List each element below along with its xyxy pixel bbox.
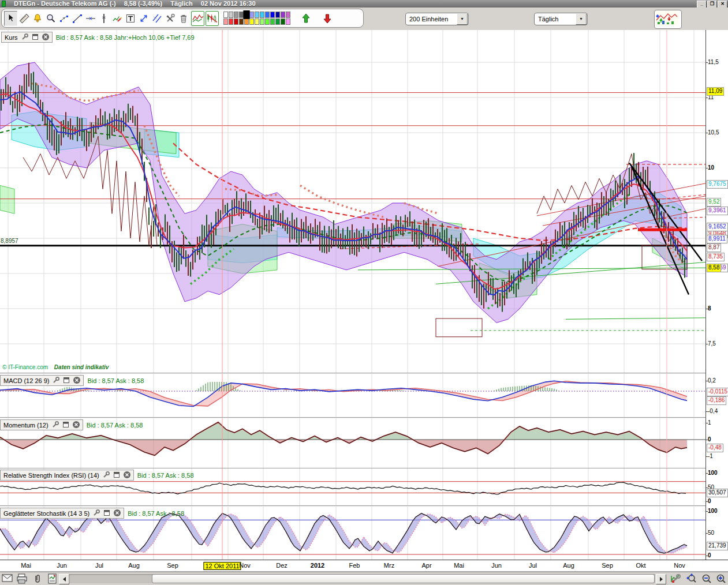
arrow-up-icon[interactable] bbox=[299, 11, 312, 26]
month-label: Mai bbox=[21, 562, 31, 569]
price-axis[interactable]: 11,51110,51087,50,2-0,410-11005001005009… bbox=[705, 30, 728, 560]
color-swatch[interactable] bbox=[265, 18, 270, 25]
zoom-icon[interactable] bbox=[44, 11, 57, 26]
price-tag: 21,739 bbox=[707, 542, 728, 550]
alarm-icon[interactable] bbox=[31, 11, 44, 26]
candle-mode-icon[interactable] bbox=[206, 11, 219, 26]
month-label: Sep bbox=[602, 562, 613, 569]
axis-tick-label: 1 bbox=[708, 419, 711, 426]
toolbar-panel bbox=[1, 9, 364, 28]
units-dropdown[interactable]: 200 Einheiten ▼ bbox=[405, 13, 469, 25]
settings-wrench-icon[interactable] bbox=[51, 421, 60, 429]
color-swatch[interactable] bbox=[249, 18, 254, 25]
pointer-icon[interactable] bbox=[4, 11, 17, 26]
rsi-panel-header: Relative Strength Index (RSI) (14)Bid : … bbox=[0, 470, 194, 481]
color-swatch[interactable] bbox=[255, 12, 259, 18]
trading-app-window: DTEGn - Deutsche Telekom AG (-) 8,58 (-3… bbox=[0, 0, 728, 585]
close-panel-icon[interactable] bbox=[73, 376, 81, 385]
chevron-down-icon[interactable]: ▼ bbox=[457, 13, 468, 25]
ruler-icon[interactable] bbox=[17, 11, 31, 26]
line-mode-icon[interactable] bbox=[191, 11, 204, 26]
close-panel-icon[interactable] bbox=[42, 33, 50, 42]
open-window-icon[interactable] bbox=[113, 471, 121, 479]
horizontal-line-icon[interactable] bbox=[84, 11, 97, 26]
close-panel-icon[interactable] bbox=[123, 471, 132, 479]
quote-price-change: 8,58 (-3,49%) bbox=[124, 0, 163, 7]
color-swatch[interactable] bbox=[270, 12, 275, 18]
color-swatch[interactable] bbox=[281, 18, 285, 25]
report-icon[interactable] bbox=[47, 573, 59, 584]
point-tool-icon[interactable] bbox=[57, 11, 70, 26]
color-swatch[interactable] bbox=[229, 18, 233, 25]
settings-wrench-icon[interactable] bbox=[92, 509, 101, 518]
color-swatch[interactable] bbox=[260, 18, 264, 25]
disclaimer-text: Daten sind indikativ bbox=[54, 364, 109, 370]
color-swatch[interactable] bbox=[255, 18, 259, 25]
macd-panel-header: MACD (12 26 9)Bid : 8,57 Ask : 8,58 bbox=[0, 375, 144, 386]
backtest-signals-button[interactable] bbox=[654, 10, 682, 29]
time-axis[interactable]: MaiJunJulAugSep12 Okt 2011NovDez2012FebM… bbox=[0, 560, 728, 572]
color-swatch[interactable] bbox=[286, 18, 290, 25]
tools-icon[interactable] bbox=[163, 11, 177, 26]
copyright-text: © IT-Finance.com bbox=[2, 364, 48, 370]
chart-settings-icon[interactable] bbox=[670, 573, 681, 584]
color-swatch[interactable] bbox=[249, 12, 254, 18]
quote-period: Täglich bbox=[170, 0, 193, 7]
color-swatch[interactable] bbox=[223, 18, 228, 25]
scroll-right-button[interactable] bbox=[656, 574, 666, 584]
open-window-icon[interactable] bbox=[31, 33, 40, 42]
scrollbar-thumb[interactable] bbox=[152, 574, 655, 583]
color-swatch[interactable] bbox=[270, 18, 275, 25]
settings-wrench-icon[interactable] bbox=[52, 376, 61, 385]
period-dropdown[interactable]: Täglich ▼ bbox=[534, 13, 588, 25]
color-swatch[interactable] bbox=[229, 12, 233, 18]
price-chart-canvas[interactable] bbox=[0, 30, 705, 373]
trash-icon[interactable] bbox=[177, 11, 190, 26]
month-label: Sep bbox=[167, 562, 178, 569]
mail-icon[interactable] bbox=[2, 573, 13, 584]
scroll-left-button[interactable] bbox=[59, 574, 69, 584]
print-icon[interactable] bbox=[16, 573, 28, 584]
settings-wrench-icon[interactable] bbox=[21, 33, 29, 42]
bid-ask-text: Bid : 8,57 Ask : 8,58 Jahr:+Hoch 10,06 +… bbox=[56, 34, 195, 41]
color-swatch[interactable] bbox=[244, 18, 249, 25]
panel-header-box: Kurs bbox=[1, 32, 53, 43]
move-icon[interactable] bbox=[137, 11, 150, 26]
color-swatch[interactable] bbox=[275, 12, 280, 18]
color-swatch[interactable] bbox=[223, 12, 228, 18]
annotate-chart-icon[interactable] bbox=[110, 11, 124, 26]
month-label: Jul bbox=[95, 562, 103, 569]
zoom-in-icon[interactable] bbox=[715, 573, 727, 584]
drawing-toolbar: 200 Einheiten ▼ Täglich ▼ bbox=[0, 7, 728, 30]
chevron-down-icon[interactable]: ▼ bbox=[576, 13, 587, 25]
close-panel-icon[interactable] bbox=[72, 421, 81, 429]
axis-tick-label: 100 bbox=[708, 470, 718, 476]
vertical-line-icon[interactable] bbox=[97, 11, 110, 26]
panel-title: MACD (12 26 9) bbox=[2, 377, 50, 384]
color-swatch[interactable] bbox=[275, 18, 280, 25]
attach-icon[interactable] bbox=[33, 573, 44, 584]
close-panel-icon[interactable] bbox=[113, 509, 122, 518]
color-swatch[interactable] bbox=[286, 12, 290, 18]
zoom-fit-icon[interactable] bbox=[686, 573, 697, 584]
open-window-icon[interactable] bbox=[62, 421, 70, 429]
stochastic-panel-header: Geglätteter Stochastik (14 3 5)Bid : 8,5… bbox=[0, 508, 184, 519]
settings-wrench-icon[interactable] bbox=[102, 471, 111, 479]
color-swatch[interactable] bbox=[244, 10, 250, 19]
scrollbar-track[interactable] bbox=[69, 574, 655, 583]
panel-title: Geglätteter Stochastik (14 3 5) bbox=[2, 510, 91, 517]
arrow-down-icon[interactable] bbox=[320, 11, 334, 26]
axis-tick-label: 0 bbox=[708, 436, 711, 442]
color-swatch[interactable] bbox=[281, 12, 285, 18]
color-swatch[interactable] bbox=[239, 18, 244, 25]
trendline-icon[interactable] bbox=[70, 11, 84, 26]
text-icon[interactable] bbox=[124, 11, 137, 26]
color-swatch[interactable] bbox=[234, 12, 238, 18]
open-window-icon[interactable] bbox=[62, 376, 71, 385]
open-window-icon[interactable] bbox=[103, 509, 111, 518]
zoom-out-icon[interactable] bbox=[701, 573, 712, 584]
parallel-lines-icon[interactable] bbox=[150, 11, 163, 26]
color-swatch[interactable] bbox=[234, 18, 238, 25]
color-swatch[interactable] bbox=[260, 12, 264, 18]
color-swatch[interactable] bbox=[265, 12, 270, 18]
